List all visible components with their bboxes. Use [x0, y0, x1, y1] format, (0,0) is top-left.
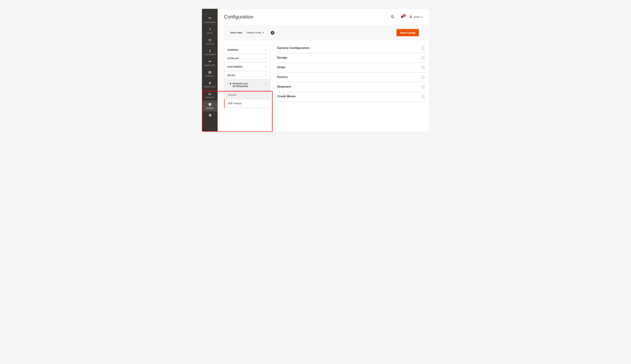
- search-button[interactable]: [389, 14, 396, 20]
- sidebar-item-system[interactable]: [202, 111, 218, 118]
- layout-icon: [208, 70, 212, 74]
- expand-icon: [421, 85, 424, 88]
- sidebar-item-mageplaza[interactable]: MAGEPLAZA: [202, 79, 218, 90]
- save-config-button[interactable]: Save Config: [396, 29, 419, 36]
- config-tab-label: MAGEPLAZA EXTENSIONS: [233, 82, 259, 88]
- config-subtab-pdf-invoice[interactable]: PDF Invoice: [224, 99, 270, 108]
- sidebar-item-label: DASHBOARD: [204, 22, 216, 24]
- section-title: Order: [277, 66, 285, 69]
- notification-count-badge: 2: [403, 14, 406, 17]
- sidebar-item-label: MAGEPLAZA: [204, 86, 216, 88]
- config-subtab-label: PDF Invoice: [228, 102, 241, 105]
- section-title: Invoice: [277, 75, 288, 79]
- sidebar-item-label: MARKETING: [204, 64, 215, 66]
- user-name: admin: [414, 16, 420, 18]
- config-sections: General Configuration Design Order Invoi…: [277, 46, 425, 108]
- sidebar-item-stores[interactable]: STORES: [202, 101, 218, 111]
- config-tab-general[interactable]: GENERAL: [224, 46, 270, 54]
- sidebar-item-customers[interactable]: CUSTOMERS: [202, 47, 218, 58]
- svg-point-0: [391, 15, 393, 17]
- sidebar-item-dashboard[interactable]: DASHBOARD: [202, 15, 218, 26]
- section-invoice[interactable]: Invoice: [277, 72, 425, 82]
- section-general-configuration[interactable]: General Configuration: [277, 46, 425, 53]
- chevron-down-icon: [265, 66, 267, 68]
- gear-icon: [208, 113, 212, 117]
- chevron-down-icon: [265, 48, 267, 51]
- section-credit-memo[interactable]: Credit Memo: [277, 92, 425, 102]
- section-title: Credit Memo: [277, 95, 296, 98]
- config-tab-catalog[interactable]: CATALOG: [224, 54, 270, 63]
- store-icon: [208, 102, 212, 106]
- sidebar-item-label: CUSTOMERS: [204, 54, 216, 56]
- page-header: Configuration 2 admin ▼: [218, 9, 429, 25]
- person-icon: [208, 49, 211, 53]
- sidebar-item-content[interactable]: CONTENT: [202, 68, 218, 79]
- expand-icon: [421, 95, 424, 98]
- notifications-button[interactable]: 2: [399, 14, 405, 20]
- section-order[interactable]: Order: [277, 63, 425, 72]
- help-tooltip-button[interactable]: ?: [271, 31, 274, 35]
- expand-icon: [421, 46, 424, 50]
- config-tabs-nav: GENERAL CATALOG CUSTOMERS SALES: [224, 46, 270, 108]
- sidebar-item-reports[interactable]: REPORTS: [202, 90, 218, 101]
- config-tab-sales[interactable]: SALES: [224, 71, 270, 80]
- store-view-select[interactable]: Default Config ▼: [247, 31, 264, 34]
- expand-icon: [421, 76, 424, 79]
- question-icon: ?: [272, 31, 273, 34]
- section-title: Shipment: [277, 85, 291, 88]
- config-tab-label: GENERAL: [227, 48, 239, 51]
- megaphone-icon: [208, 60, 212, 64]
- dashboard-icon: [208, 16, 212, 21]
- store-view-label: Store View:: [230, 31, 243, 34]
- admin-sidebar: DASHBOARD SALES CATALOG CUSTOMERS MARKET: [202, 9, 218, 132]
- section-title: Design: [277, 56, 287, 60]
- section-shipment[interactable]: Shipment: [277, 82, 425, 92]
- sidebar-item-label: CONTENT: [205, 75, 214, 77]
- section-design[interactable]: Design: [277, 53, 425, 63]
- store-view-value: Default Config: [247, 31, 261, 34]
- sidebar-item-marketing[interactable]: MARKETING: [202, 58, 218, 68]
- app-frame: DASHBOARD SALES CATALOG CUSTOMERS MARKET: [202, 9, 429, 132]
- mageplaza-icon: [208, 81, 212, 85]
- sidebar-logo-divider: [204, 10, 216, 14]
- sidebar-item-label: STORES: [206, 107, 214, 109]
- chevron-down-icon: ▼: [263, 32, 264, 34]
- svg-line-1: [393, 17, 394, 18]
- bar-chart-icon: [208, 92, 212, 96]
- sidebar-item-label: CATALOG: [206, 43, 214, 45]
- sidebar-item-sales[interactable]: SALES: [202, 26, 218, 36]
- store-scope-toolbar: Store View: Default Config ▼ ? Save Conf…: [224, 25, 425, 40]
- expand-icon: [421, 66, 424, 69]
- config-tab-label: CATALOG: [227, 57, 239, 60]
- sidebar-item-label: REPORTS: [205, 96, 214, 98]
- user-icon: [409, 15, 412, 19]
- content-columns: GENERAL CATALOG CUSTOMERS SALES: [218, 46, 429, 108]
- page-title: Configuration: [224, 14, 386, 20]
- box-icon: [208, 38, 212, 42]
- main-panel: Configuration 2 admin ▼ Sto: [218, 9, 429, 132]
- config-tab-mageplaza-extensions[interactable]: : MAGEPLAZA EXTENSIONS: [224, 80, 270, 90]
- sidebar-item-label: SALES: [207, 32, 213, 34]
- sidebar-item-catalog[interactable]: CATALOG: [202, 36, 218, 47]
- dollar-icon: [208, 27, 212, 32]
- search-icon: [391, 15, 395, 19]
- config-tab-customers[interactable]: CUSTOMERS: [224, 63, 270, 71]
- config-tab-label: CUSTOMERS: [227, 66, 242, 68]
- config-tab-label: SALES: [227, 74, 235, 76]
- chevron-down-icon: ▼: [421, 16, 423, 18]
- expand-icon: [421, 56, 424, 59]
- chevron-down-icon: [265, 57, 267, 60]
- config-subtab-label: Reports: [228, 94, 237, 96]
- chevron-down-icon: [265, 74, 267, 76]
- config-subtab-reports[interactable]: Reports: [224, 90, 270, 99]
- user-menu[interactable]: admin ▼: [409, 15, 423, 19]
- section-title: General Configuration: [277, 46, 310, 50]
- chevron-up-icon: [265, 82, 267, 85]
